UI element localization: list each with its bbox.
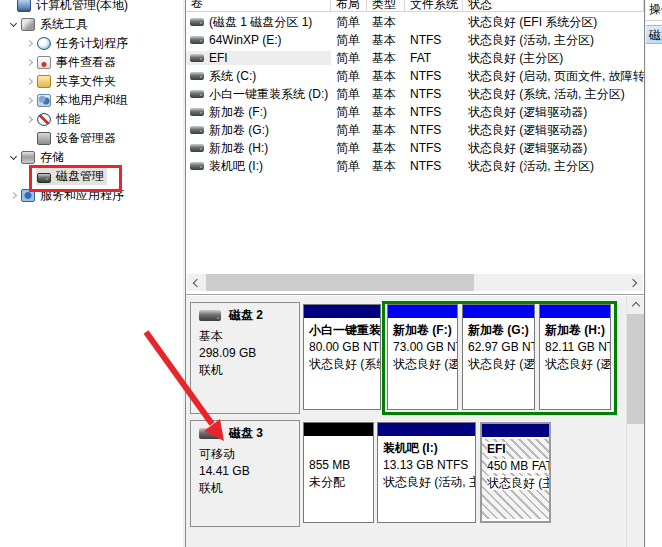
partition-h[interactable]: 新加卷 (H:)82.11 GB NTFS状态良好 (逻辑驱动器) bbox=[539, 304, 611, 410]
chevron-collapsed-icon[interactable] bbox=[25, 78, 32, 85]
sidebar-item-device-manager[interactable]: 设备管理器 bbox=[0, 129, 183, 148]
volume-row[interactable]: 系统 (C:)简单基本NTFS状态良好 (启动, 页面文件, 故障转储, 主分区… bbox=[186, 67, 644, 85]
volume-row[interactable]: 新加卷 (F:)简单基本NTFS状态良好 (逻辑驱动器) bbox=[186, 103, 644, 121]
sidebar-item-task-scheduler[interactable]: 任务计划程序 bbox=[0, 34, 183, 53]
vertical-scrollbar[interactable] bbox=[626, 296, 643, 547]
volume-type-cell: 基本 bbox=[367, 158, 405, 175]
expander-box bbox=[22, 41, 36, 46]
partition-size-text: 62.97 GB NTFS bbox=[468, 340, 534, 354]
actions-item-disk-management[interactable]: 磁盘管理 bbox=[646, 25, 662, 44]
chevron-expanded-icon[interactable] bbox=[9, 20, 16, 27]
volume-row[interactable]: 新加卷 (G:)简单基本NTFS状态良好 (逻辑驱动器) bbox=[186, 121, 644, 139]
sidebar-item-label: 计算机管理(本地) bbox=[36, 0, 128, 14]
chevron-collapsed-icon[interactable] bbox=[25, 59, 32, 66]
sidebar-item-label: 存储 bbox=[40, 149, 64, 166]
sidebar-item-system-tools[interactable]: 系统工具 bbox=[0, 15, 183, 34]
scroll-right-icon bbox=[629, 278, 637, 286]
partition-status: 状态良好 (主分区) bbox=[487, 475, 548, 492]
sidebar-item-local-users-and-groups[interactable]: 本地用户和组 bbox=[0, 91, 183, 110]
disk-kind: 基本 bbox=[199, 328, 299, 345]
volume-status-cell: 状态良好 (逻辑驱动器) bbox=[463, 104, 644, 121]
chevron-collapsed-icon[interactable] bbox=[9, 192, 16, 199]
volume-name-cell: 新加卷 (H:) bbox=[186, 140, 331, 157]
partition-size: 450 MB FAT bbox=[487, 458, 548, 475]
sidebar-item-content: 共享文件夹 bbox=[36, 73, 119, 90]
sidebar-item-content: 任务计划程序 bbox=[36, 35, 131, 52]
disk-status: 联机 bbox=[199, 362, 299, 379]
volume-row[interactable]: 新加卷 (H:)简单基本NTFS状态良好 (逻辑驱动器) bbox=[186, 139, 644, 157]
volume-list-header[interactable]: 卷布局类型文件系统状态 bbox=[186, 0, 644, 12]
column-header-0[interactable]: 卷 bbox=[186, 0, 331, 11]
column-header-3[interactable]: 文件系统 bbox=[405, 0, 463, 11]
volume-status-cell: 状态良好 (系统, 活动, 主分区) bbox=[463, 86, 644, 103]
volume-status-cell: 状态良好 (启动, 页面文件, 故障转储, 主分区) bbox=[463, 68, 644, 85]
partition-status-text: 状态良好 (活动, 主分区) bbox=[383, 475, 475, 489]
chevron-expanded-icon[interactable] bbox=[9, 153, 16, 160]
expander-box bbox=[22, 174, 36, 179]
partition-status: 未分配 bbox=[309, 474, 372, 491]
expander-box bbox=[22, 60, 36, 65]
volume-list-pane: 卷布局类型文件系统状态 (磁盘 1 磁盘分区 1)简单基本状态良好 (EFI 系… bbox=[186, 0, 644, 293]
sidebar-item-label: 事件查看器 bbox=[56, 54, 116, 71]
sidebar-item-computer-management[interactable]: 计算机管理(本地) bbox=[0, 0, 183, 15]
chevron-collapsed-icon[interactable] bbox=[25, 97, 32, 104]
volume-row[interactable]: (磁盘 1 磁盘分区 1)简单基本状态良好 (EFI 系统分区) bbox=[186, 13, 644, 31]
sidebar-item-label: 本地用户和组 bbox=[56, 92, 128, 109]
volume-name-cell: (磁盘 1 磁盘分区 1) bbox=[186, 14, 331, 31]
sidebar-item-disk-management[interactable]: 磁盘管理 bbox=[0, 167, 183, 186]
sidebar-item-storage[interactable]: 存储 bbox=[0, 148, 183, 167]
logical-partition-color-bar bbox=[463, 305, 534, 320]
pane-splitter[interactable] bbox=[186, 293, 644, 295]
chevron-collapsed-icon[interactable] bbox=[25, 116, 32, 123]
sidebar-item-content: 存储 bbox=[20, 149, 67, 166]
sidebar-item-shared-folders[interactable]: 共享文件夹 bbox=[0, 72, 183, 91]
volume-drive-icon bbox=[190, 54, 204, 62]
partition-efi[interactable]: EFI450 MB FAT状态良好 (主分区) bbox=[480, 422, 551, 523]
volume-drive-icon bbox=[190, 72, 204, 80]
volume-row[interactable]: EFI简单基本FAT状态良好 (主分区) bbox=[186, 49, 644, 67]
expander-box bbox=[22, 136, 36, 141]
volume-row[interactable]: 小白一键重装系统 (D:)简单基本NTFS状态良好 (系统, 活动, 主分区) bbox=[186, 85, 644, 103]
unallocated-partition-color-bar bbox=[304, 423, 373, 438]
scroll-left-button[interactable] bbox=[187, 274, 204, 291]
sidebar-item-performance[interactable]: 性能 bbox=[0, 110, 183, 129]
partition-g[interactable]: 新加卷 (G:)62.97 GB NTFS状态良好 (逻辑驱动器) bbox=[462, 304, 535, 410]
partition-d[interactable]: 小白一键重装系统 (D:)80.00 GB NTFS状态良好 (系统, 活动, … bbox=[303, 304, 381, 410]
partition-status-text: 状态良好 (主分区) bbox=[487, 476, 549, 490]
volume-name-cell: 新加卷 (F:) bbox=[186, 104, 331, 121]
sidebar-item-event-viewer[interactable]: 事件查看器 bbox=[0, 53, 183, 72]
volume-name-cell: 新加卷 (G:) bbox=[186, 122, 331, 139]
disk-info-panel[interactable]: 磁盘 2基本298.09 GB联机 bbox=[190, 302, 300, 414]
volume-row[interactable]: 装机吧 (I:)简单基本NTFS状态良好 (活动, 主分区) bbox=[186, 157, 644, 175]
vertical-scroll-thumb[interactable] bbox=[627, 314, 644, 424]
horizontal-scrollbar[interactable] bbox=[187, 274, 643, 291]
sidebar-item-content: 事件查看器 bbox=[36, 54, 119, 71]
volume-name: 系统 (C:) bbox=[209, 68, 256, 85]
volume-type-cell: 基本 bbox=[367, 68, 405, 85]
volume-fs-cell: NTFS bbox=[405, 87, 463, 101]
column-header-1[interactable]: 布局 bbox=[331, 0, 367, 11]
scroll-right-button[interactable] bbox=[626, 274, 643, 291]
volume-fs-cell: NTFS bbox=[405, 69, 463, 83]
partition-f[interactable]: 新加卷 (F:)73.00 GB NTFS状态良好 (逻辑驱动器) bbox=[387, 304, 458, 410]
primary-partition-color-bar bbox=[482, 424, 549, 439]
partition-info: 装机吧 (I:)13.13 GB NTFS状态良好 (活动, 主分区) bbox=[378, 438, 475, 520]
column-header-4[interactable]: 状态 bbox=[463, 0, 644, 11]
partition-size-text: 73.00 GB NTFS bbox=[393, 340, 457, 354]
column-header-2[interactable]: 类型 bbox=[367, 0, 405, 11]
partition-unallocated[interactable]: 855 MB未分配 bbox=[303, 422, 374, 523]
console-tree: 计算机管理(本地)系统工具任务计划程序事件查看器共享文件夹本地用户和组性能设备管… bbox=[0, 0, 183, 205]
horizontal-scroll-thumb[interactable] bbox=[206, 274, 474, 291]
chevron-collapsed-icon[interactable] bbox=[25, 40, 32, 47]
local-users-and-groups-icon bbox=[37, 94, 51, 107]
volume-name-cell: 装机吧 (I:) bbox=[186, 158, 331, 175]
disk-info-panel[interactable]: 磁盘 3可移动14.41 GB联机 bbox=[190, 420, 300, 527]
volume-name: 小白一键重装系统 (D:) bbox=[209, 86, 328, 103]
partition-label: 装机吧 (I:) bbox=[383, 440, 474, 457]
partition-i[interactable]: 装机吧 (I:)13.13 GB NTFS状态良好 (活动, 主分区) bbox=[377, 422, 476, 523]
sidebar-item-services-and-applications[interactable]: 服务和应用程序 bbox=[0, 186, 183, 205]
volume-type-cell: 基本 bbox=[367, 104, 405, 121]
shared-folders-icon bbox=[37, 75, 51, 88]
volume-row[interactable]: 64WinXP (E:)简单基本NTFS状态良好 (活动, 主分区) bbox=[186, 31, 644, 49]
scroll-up-button[interactable] bbox=[627, 296, 644, 313]
